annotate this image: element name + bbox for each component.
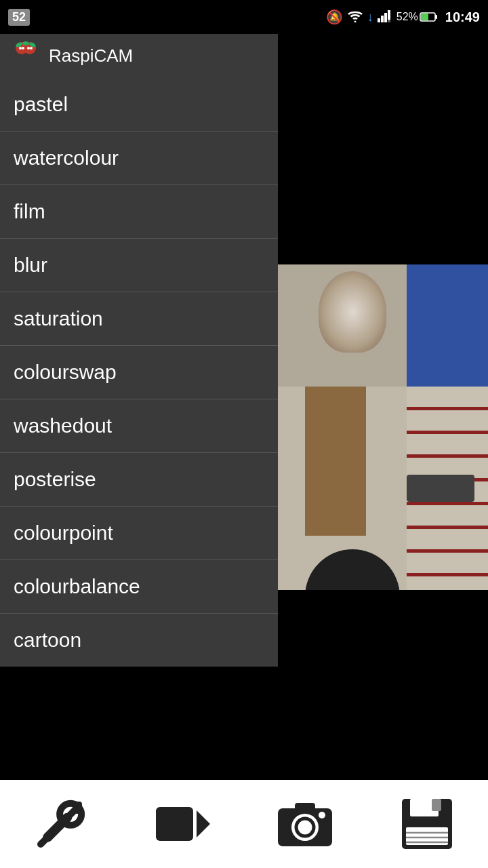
- svg-point-15: [22, 47, 24, 50]
- menu-item-film[interactable]: film: [0, 185, 278, 239]
- svg-rect-1: [378, 18, 380, 22]
- svg-marker-23: [197, 810, 210, 837]
- menu-item-colourbalance[interactable]: colourbalance: [0, 560, 278, 614]
- bottom-toolbar: [0, 780, 488, 868]
- settings-button[interactable]: [7, 783, 115, 865]
- svg-rect-3: [384, 13, 387, 22]
- menu-item-saturation[interactable]: saturation: [0, 292, 278, 346]
- signal-icon: [378, 9, 392, 26]
- menu-item-watercolour[interactable]: watercolour: [0, 132, 278, 185]
- black-area: [278, 644, 488, 780]
- svg-rect-28: [295, 803, 315, 811]
- menu-item-colourpoint[interactable]: colourpoint: [0, 507, 278, 560]
- menu-item-posterise[interactable]: posterise: [0, 453, 278, 507]
- app-header: RaspiCAM: [0, 34, 278, 78]
- svg-rect-21: [73, 802, 82, 814]
- svg-point-16: [27, 47, 30, 50]
- download-icon: ↓: [367, 10, 373, 24]
- cam-lamp: [319, 271, 386, 353]
- svg-point-17: [30, 47, 33, 50]
- battery-percent: 52%: [396, 11, 418, 23]
- time-display: 10:49: [445, 9, 480, 25]
- battery-indicator: 52%: [396, 11, 439, 23]
- camera-preview: [278, 264, 488, 644]
- svg-point-29: [319, 812, 325, 818]
- cam-blue-cloth: [407, 264, 488, 400]
- wifi-icon: [347, 9, 363, 26]
- svg-rect-7: [421, 14, 428, 20]
- silent-icon: 🔕: [326, 9, 343, 25]
- menu-item-cartoon[interactable]: cartoon: [0, 614, 278, 667]
- status-bar: 52 🔕 ↓ 52%: [0, 0, 488, 34]
- menu-item-washedout[interactable]: washedout: [0, 399, 278, 453]
- svg-rect-5: [388, 10, 390, 20]
- app-logo: [11, 41, 41, 71]
- menu-item-blur[interactable]: blur: [0, 239, 278, 292]
- svg-point-14: [19, 47, 22, 50]
- notification-count: 52: [8, 9, 30, 26]
- dropdown-menu: pastel watercolour film blur saturation …: [0, 78, 278, 667]
- svg-rect-2: [381, 16, 384, 22]
- menu-item-colourswap[interactable]: colourswap: [0, 346, 278, 399]
- cam-electronics: [407, 475, 474, 502]
- svg-rect-8: [435, 15, 437, 19]
- app-title: RaspiCAM: [49, 45, 133, 66]
- cam-black-bottom: [278, 590, 488, 644]
- svg-rect-36: [432, 799, 441, 811]
- svg-rect-22: [156, 807, 193, 841]
- cam-door: [305, 387, 366, 536]
- svg-point-0: [354, 20, 356, 22]
- video-button[interactable]: [129, 783, 237, 865]
- camera-button[interactable]: [251, 783, 359, 865]
- save-button[interactable]: [373, 783, 481, 865]
- menu-item-pastel[interactable]: pastel: [0, 78, 278, 132]
- svg-point-12: [22, 41, 29, 45]
